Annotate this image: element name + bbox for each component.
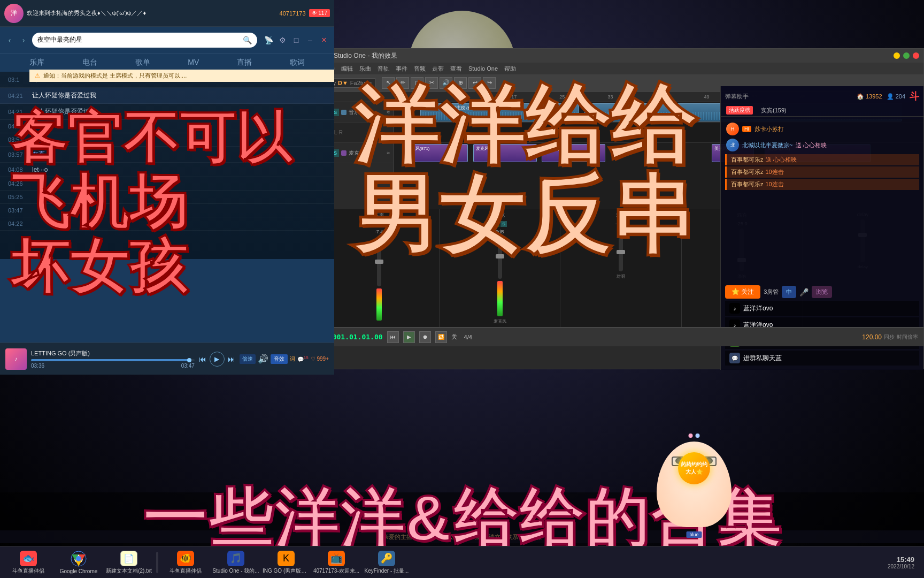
subtitle-band: 一些洋洋&给给的合集: [0, 492, 924, 546]
clock-time: 15:49: [888, 556, 914, 564]
search-bar[interactable]: 🔍: [32, 33, 257, 48]
close-icon[interactable]: ×: [318, 34, 330, 46]
loop-btn[interactable]: 🔁: [435, 331, 447, 343]
room-controls: ⭐ 关注 3房管 中 🎤 浏览: [725, 283, 919, 301]
daw-transport-bar: 00001.01.01.00 ⏮ ▶ ⏺ 🔁 关 4/4 120.00 同步 时…: [319, 327, 923, 346]
tiktok-username-1: 蓝洋洋ovo: [743, 304, 773, 313]
fan-count: 👤 204: [887, 93, 905, 100]
track-color-mic: [341, 150, 346, 156]
key-value: D▼: [338, 80, 348, 86]
clock-date: 2022/10/12: [888, 564, 914, 569]
mic-channel-label: 麦克风: [494, 318, 506, 324]
search-icon: 🔍: [243, 36, 252, 44]
chat-label: 进群私聊天蓝: [743, 354, 782, 363]
live-viewer-badge: 👁 117: [309, 9, 330, 17]
back-button[interactable]: ‹: [4, 35, 15, 45]
tab-radio[interactable]: 电台: [82, 58, 97, 67]
player-controls: 📡 ⚙ □ – ×: [260, 34, 330, 46]
music-nav-tabs: 乐库 电台 歌单 MV 直播 歌词: [0, 54, 334, 72]
current-time: 03:36: [31, 363, 44, 369]
companion-icon: 🐠: [177, 551, 194, 566]
companion-label: 斗鱼直播伴侣: [170, 567, 202, 574]
stream-taskbar-icon: 📺: [328, 551, 345, 566]
room-id-text: 40717173: [280, 10, 306, 17]
taskbar-textfile[interactable]: 📄 新建文本文档(2).txt: [105, 549, 153, 576]
view-button[interactable]: 浏览: [812, 286, 832, 298]
close-window-btn[interactable]: [913, 52, 919, 59]
taskbar-chrome[interactable]: Google Chrome: [55, 549, 103, 576]
rewind-btn[interactable]: ⏮: [387, 331, 399, 343]
minimize-icon[interactable]: –: [304, 34, 316, 46]
studioone-taskbar-icon: 🎵: [227, 551, 244, 566]
menu-edit[interactable]: 编辑: [341, 65, 353, 73]
tab-library[interactable]: 乐库: [29, 58, 44, 67]
timebase-label: 时间倍率: [897, 333, 918, 341]
tab-live[interactable]: 直播: [237, 58, 252, 67]
chrome-label: Google Chrome: [60, 568, 98, 574]
taskbar-keyfinder[interactable]: 🔑 KeyFinder - 批量...: [363, 549, 411, 576]
menu-help[interactable]: 帮助: [504, 65, 516, 73]
main-title-right: 洋洋给给 男女反串: [353, 80, 817, 260]
taskbar-inggo[interactable]: K ING GO (男声版仕...: [262, 549, 310, 576]
menu-audio[interactable]: 音频: [414, 65, 426, 73]
taskbar-home[interactable]: 🐟 斗鱼直播伴侣: [4, 549, 52, 576]
taskbar-douyu-label: 斗鱼直播伴侣: [12, 567, 44, 574]
star-badge: 药药约约约大人⭐: [678, 452, 710, 484]
record-btn[interactable]: ⏺: [419, 331, 431, 343]
chat-icon: 💬: [729, 353, 740, 363]
song-title: LETTING GO (男声版): [31, 349, 195, 358]
track-color-music: [341, 110, 346, 115]
comment-icon: 💬15: [297, 355, 309, 362]
follow-button[interactable]: ⭐ 关注: [725, 285, 760, 299]
menu-studioone[interactable]: Studio One: [468, 65, 498, 72]
prev-button[interactable]: ⏮: [199, 355, 206, 363]
keyfinder-label: KeyFinder - 批量...: [365, 567, 409, 574]
word-icon: 词: [290, 355, 295, 363]
tab-lyrics[interactable]: 歌词: [290, 58, 305, 67]
menu-event[interactable]: 事件: [396, 65, 407, 73]
next-button[interactable]: ⏭: [228, 355, 235, 363]
menu-song[interactable]: 乐曲: [359, 65, 371, 73]
daw-title: Studio One - 我的效果: [334, 51, 397, 60]
level-meter-mic: [497, 281, 503, 316]
menu-track[interactable]: 音轨: [378, 65, 389, 73]
title-line3: 坏女孩: [11, 234, 291, 299]
duet-label: 对唱: [617, 273, 625, 279]
audio-effect-button[interactable]: 音效: [271, 354, 288, 364]
room-title-text: 欢迎来到李拓海的秀头之夜♦＼＼ψ('ω')ψ／／♦: [27, 9, 276, 17]
music-player-header: ‹ › 🔍 📡 ⚙ □ – ×: [0, 27, 334, 54]
taskbar-douyu-companion[interactable]: 🐠 斗鱼直播伴侣: [161, 549, 210, 576]
song-info: LETTING GO (男声版) 03:36 03:47: [31, 349, 195, 369]
menu-transport[interactable]: 走带: [432, 65, 444, 73]
chrome-taskbar-icon: [70, 551, 87, 567]
sync-label: 关: [451, 333, 457, 341]
tab-playlist[interactable]: 歌单: [135, 58, 150, 67]
notification-bar: ⚠ 通知：当前游戏的模式是 主席模式，只有管理员可以....: [29, 70, 334, 82]
time-display: 03:36 03:47: [31, 363, 195, 369]
menu-view[interactable]: 查看: [450, 65, 462, 73]
settings-icon[interactable]: ⚙: [276, 34, 288, 46]
minimize-window-btn[interactable]: [894, 52, 900, 59]
album-art: ♪: [5, 348, 27, 370]
taskbar-separator: [156, 552, 158, 573]
title-right-line1: 洋洋给给: [353, 80, 817, 170]
tiktok-icon: ♪: [729, 303, 740, 314]
tab-mv[interactable]: MV: [188, 58, 199, 67]
taskbar-clock: 15:49 2022/10/12: [888, 556, 920, 569]
progress-handle[interactable]: [187, 358, 191, 362]
forward-button[interactable]: ›: [18, 35, 29, 45]
inggo-icon: K: [278, 551, 295, 566]
play-btn[interactable]: ▶: [403, 331, 415, 343]
speed-button[interactable]: 倍速: [240, 354, 256, 364]
speak-button[interactable]: 中: [782, 286, 796, 298]
play-pause-button[interactable]: ▶: [210, 352, 225, 367]
taskbar-studio-one[interactable]: 🎵 Studio One - 我的...: [212, 549, 260, 576]
volume-button[interactable]: 🔊: [258, 354, 268, 364]
search-input[interactable]: [37, 36, 240, 44]
timesig-display: 4/4: [464, 334, 472, 340]
list-item-active[interactable]: 04:21 让人怀疑你是否爱过我: [0, 88, 334, 104]
title-right-line2: 男女反串: [353, 170, 817, 260]
taskbar-stream[interactable]: 📺 40717173-欢迎来...: [312, 549, 360, 576]
sync-btn[interactable]: 同步: [884, 333, 895, 341]
maximize-window-btn[interactable]: [903, 52, 910, 59]
